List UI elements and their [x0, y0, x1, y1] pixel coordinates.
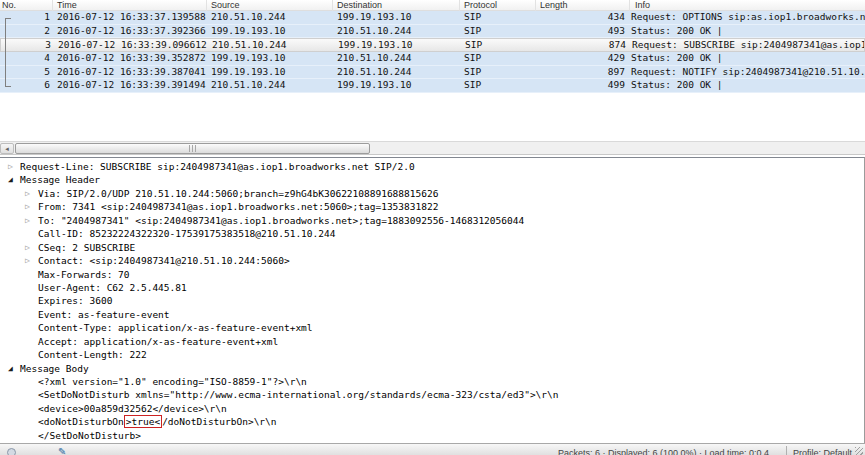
detail-tree-item[interactable]: Call-ID: 85232224322320-17539175383518@2…	[0, 227, 864, 240]
detail-tree-item[interactable]: ◢Message Body	[0, 362, 864, 375]
cell-len: 499	[565, 79, 625, 92]
cell-src: 199.19.193.10	[211, 25, 331, 38]
cell-len: 897	[565, 66, 625, 79]
detail-tree-item[interactable]: Content-Type: application/x-as-feature-e…	[0, 321, 864, 334]
related-packets-bracket-icon	[5, 18, 11, 87]
detail-tree-item[interactable]: Max-Forwards: 70	[0, 268, 864, 281]
detail-tree-item[interactable]: ▷Request-Line: SUBSCRIBE sip:2404987341@…	[0, 160, 864, 173]
packet-row[interactable]: 62016-07-12 16:33:39.391494210.51.10.244…	[0, 79, 865, 93]
cell-proto: SIP	[464, 25, 534, 38]
tree-expander-icon[interactable]: ▷	[25, 254, 38, 267]
detail-text: Expires: 3600	[38, 295, 112, 306]
packet-row[interactable]: 22016-07-12 16:33:37.392366199.19.193.10…	[0, 25, 865, 39]
cell-time: 2016-07-12 16:33:39.387041	[57, 66, 207, 79]
column-divider[interactable]	[52, 0, 53, 11]
cell-time: 2016-07-12 16:33:39.096612	[58, 39, 208, 52]
red-annotation-box: >true<	[124, 415, 162, 428]
cell-dst: 210.51.10.244	[337, 25, 457, 38]
detail-tree-item[interactable]: ▷From: 7341 <sip:2404987341@as.iop1.broa…	[0, 200, 864, 213]
cell-len: 874	[566, 39, 626, 52]
tree-expander-icon[interactable]: ▷	[25, 187, 38, 200]
status-profile[interactable]: Profile: Default	[793, 448, 852, 455]
detail-text: Request-Line: SUBSCRIBE sip:2404987341@a…	[20, 161, 415, 172]
hscrollbar-thumb[interactable]	[15, 143, 370, 154]
cell-dst: 199.19.193.10	[337, 11, 457, 24]
tree-expander-icon[interactable]: ◢	[8, 362, 20, 375]
detail-tree-item[interactable]: <?xml version="1.0" encoding="ISO-8859-1…	[0, 375, 864, 388]
detail-tree-item[interactable]: Content-Length: 222	[0, 348, 864, 361]
cell-src: 199.19.193.10	[211, 52, 331, 65]
scrollbar-grip-icon	[189, 145, 197, 152]
detail-tree-item[interactable]: <doNotDisturbOn>true</doNotDisturbOn>\r\…	[0, 415, 864, 428]
packet-row[interactable]: 42016-07-12 16:33:39.352872199.19.193.10…	[0, 52, 865, 66]
cell-len: 493	[565, 25, 625, 38]
detail-text: Content-Type: application/x-as-feature-e…	[38, 322, 313, 333]
cell-info: Status: 200 OK |	[631, 52, 865, 65]
detail-tree-item[interactable]: </SetDoNotDisturb>	[0, 429, 864, 442]
cell-time: 2016-07-12 16:33:39.391494	[57, 79, 207, 92]
column-header-destination[interactable]: Destination	[337, 0, 382, 10]
cell-proto: SIP	[464, 66, 534, 79]
tree-expander-icon[interactable]: ◢	[8, 173, 20, 186]
detail-tree-item[interactable]: ▷Contact: <sip:2404987341@210.51.10.244:…	[0, 254, 864, 267]
column-divider[interactable]	[332, 0, 333, 11]
detail-tree-item[interactable]: Expires: 3600	[0, 294, 864, 307]
detail-tree-item[interactable]: <device>00a859d32562</device>\r\n	[0, 402, 864, 415]
wireshark-window: No. Time Source Destination Protocol Len…	[0, 0, 865, 455]
cell-dst: 199.19.193.10	[338, 39, 458, 52]
column-header-no[interactable]: No.	[2, 0, 16, 10]
packet-list: 12016-07-12 16:33:37.139588210.51.10.244…	[0, 11, 865, 93]
packet-row[interactable]: 32016-07-12 16:33:39.096612210.51.10.244…	[0, 38, 865, 52]
scroll-left-arrow-icon[interactable]: ◂	[0, 143, 14, 154]
expert-info-icon[interactable]	[7, 448, 16, 455]
column-divider[interactable]	[629, 0, 630, 11]
detail-tree-item[interactable]: <SetDoNotDisturb xmlns="http://www.ecma-…	[0, 388, 864, 401]
cell-proto: SIP	[464, 79, 534, 92]
detail-text: <doNotDisturbOn>true</doNotDisturbOn>\r\…	[38, 415, 277, 428]
detail-text: Contact: <sip:2404987341@210.51.10.244:5…	[38, 255, 290, 266]
detail-tree-item[interactable]: ▷Via: SIP/2.0/UDP 210.51.10.244:5060;bra…	[0, 187, 864, 200]
column-header-info[interactable]: Info	[635, 0, 650, 10]
column-header-length[interactable]: Length	[540, 0, 568, 10]
column-divider[interactable]	[459, 0, 460, 11]
detail-tree-item[interactable]: User-Agent: C62 2.5.445.81	[0, 281, 864, 294]
detail-text: Via: SIP/2.0/UDP 210.51.10.244:5060;bran…	[38, 188, 438, 199]
cell-time: 2016-07-12 16:33:39.352872	[57, 52, 207, 65]
column-divider[interactable]	[535, 0, 536, 11]
capture-comment-pencil-icon[interactable]: ✎	[58, 447, 66, 455]
packet-list-hscrollbar[interactable]: ◂	[0, 141, 865, 155]
packet-row[interactable]: 52016-07-12 16:33:39.387041199.19.193.10…	[0, 66, 865, 80]
tree-expander-icon[interactable]: ▷	[25, 200, 38, 213]
cell-len: 434	[565, 11, 625, 24]
cell-info: Request: OPTIONS sip:as.iop1.broadworks.…	[631, 11, 865, 24]
detail-text: Content-Length: 222	[38, 349, 147, 360]
detail-text: To: "2404987341" <sip:2404987341@as.iop1…	[38, 215, 524, 226]
detail-text: User-Agent: C62 2.5.445.81	[38, 282, 187, 293]
column-divider[interactable]	[206, 0, 207, 11]
packet-row[interactable]: 12016-07-12 16:33:37.139588210.51.10.244…	[0, 11, 865, 25]
cell-time: 2016-07-12 16:33:37.392366	[57, 25, 207, 38]
detail-tree-item[interactable]: Event: as-feature-event	[0, 308, 864, 321]
cell-dst: 210.51.10.244	[337, 66, 457, 79]
detail-text: Call-ID: 85232224322320-17539175383518@2…	[38, 228, 335, 239]
detail-tree-item[interactable]: ◢Message Header	[0, 173, 864, 186]
detail-tree-item[interactable]: ▷To: "2404987341" <sip:2404987341@as.iop…	[0, 214, 864, 227]
detail-text: <SetDoNotDisturb xmlns="http://www.ecma-…	[38, 389, 558, 400]
tree-expander-icon[interactable]: ▷	[25, 241, 38, 254]
column-header-source[interactable]: Source	[211, 0, 240, 10]
detail-text: Accept: application/x-as-feature-event+x…	[38, 336, 278, 347]
column-header-protocol[interactable]: Protocol	[464, 0, 497, 10]
tree-expander-icon[interactable]: ▷	[8, 160, 20, 173]
resize-grip-icon[interactable]	[855, 447, 863, 455]
detail-text: Max-Forwards: 70	[38, 269, 130, 280]
tree-expander-icon[interactable]: ▷	[25, 214, 38, 227]
cell-src: 210.51.10.244	[212, 39, 332, 52]
detail-tree-item[interactable]: ▷CSeq: 2 SUBSCRIBE	[0, 241, 864, 254]
cell-info: Status: 200 OK |	[631, 25, 865, 38]
cell-info: Request: SUBSCRIBE sip:2404987341@as.iop…	[632, 39, 864, 52]
packet-list-header: No. Time Source Destination Protocol Len…	[0, 0, 865, 11]
detail-text: CSeq: 2 SUBSCRIBE	[38, 242, 135, 253]
detail-tree-item[interactable]: Accept: application/x-as-feature-event+x…	[0, 335, 864, 348]
status-packet-counts: Packets: 6 · Displayed: 6 (100.0%) · Loa…	[558, 448, 769, 455]
column-header-time[interactable]: Time	[57, 0, 77, 10]
